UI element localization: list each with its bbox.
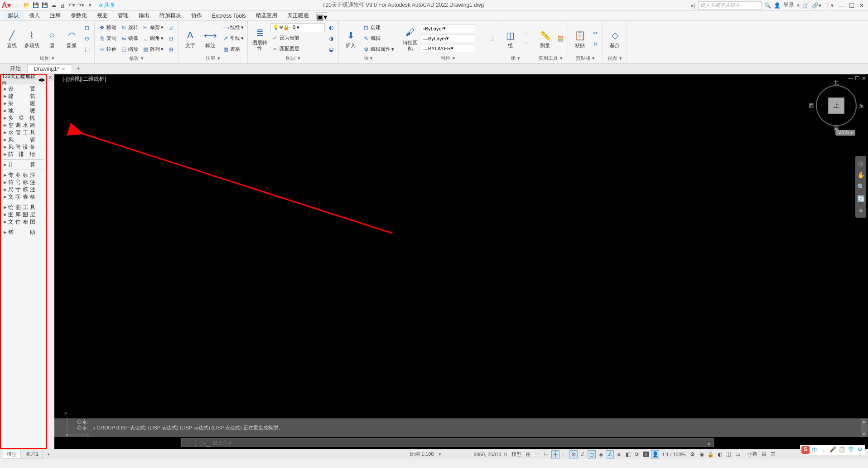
match-layer-button[interactable]: ≈匹配图层	[270, 44, 325, 54]
save-icon[interactable]: 💾	[32, 1, 40, 10]
ime-clip-icon[interactable]: 📋	[838, 446, 846, 454]
ime-punct[interactable]: ,	[820, 446, 828, 454]
clean-icon[interactable]: ▭	[734, 450, 742, 458]
side-next-icon[interactable]: ▶	[42, 77, 45, 82]
group-edit-button[interactable]: ◻	[521, 39, 530, 49]
ime-settings-icon[interactable]: ⚙	[856, 446, 864, 454]
sidebar-item-dim2[interactable]: ▶尺寸标注	[1, 186, 46, 193]
linear-button[interactable]: ⟶线性 ▾	[221, 23, 245, 33]
ungroup-button[interactable]: ◻	[521, 28, 530, 38]
annotation-scale-icon[interactable]: 🅰	[642, 450, 650, 458]
scale-display[interactable]: 比例 1:100	[408, 451, 436, 458]
tab-end-icon[interactable]: ▣▾	[316, 12, 327, 20]
block-edit-button[interactable]: ✎编辑	[362, 34, 395, 44]
tab-addins[interactable]: 附加模块	[155, 11, 186, 20]
sidebar-item-0[interactable]: ▶设 置	[1, 85, 46, 93]
mod-misc1[interactable]: ⊿	[166, 23, 175, 33]
layer-tool-2[interactable]: ◑	[327, 34, 336, 44]
tab-express[interactable]: Express Tools	[207, 12, 250, 20]
polar-icon[interactable]: ⊛	[569, 450, 578, 458]
drawing-viewport[interactable]: [-][俯视][二维线框] — ☐ ✕ 北 南 东 西 上 WCS ▾	[54, 74, 868, 449]
open-icon[interactable]: 📂	[23, 1, 31, 10]
draw-misc-1[interactable]: ◻	[82, 23, 92, 33]
vp-max-icon[interactable]: ☐	[855, 75, 860, 82]
search-icon[interactable]: 🔍	[764, 2, 771, 9]
3dosnap-icon[interactable]: ◈	[597, 450, 605, 458]
layer-combo[interactable]: 💡❄🔒▫ 0 ▾	[270, 23, 325, 32]
vp-min-icon[interactable]: —	[848, 75, 853, 82]
cycling-icon[interactable]: ⟳	[633, 450, 641, 458]
nav-wheel-icon[interactable]: ◎	[858, 160, 863, 167]
tab-manage[interactable]: 管理	[113, 11, 133, 20]
ime-skin-icon[interactable]: 👕	[847, 446, 855, 454]
scale-button[interactable]: ◱缩放	[119, 44, 139, 54]
dim-button[interactable]: ⟷标注	[201, 29, 219, 48]
grid-icon[interactable]: ⊞	[524, 450, 532, 458]
menu-icon[interactable]: ☰	[769, 450, 777, 458]
tab-tangent[interactable]: 天正暖通	[283, 11, 313, 20]
table-button[interactable]: ▦表格	[221, 44, 245, 54]
undo-icon[interactable]: ↶▾	[68, 1, 76, 10]
nav-more-icon[interactable]: ≡	[859, 207, 863, 214]
ime-badge[interactable]: S 中 , 🎤 📋 👕 ⚙	[800, 445, 865, 455]
leader-button[interactable]: ↗引线 ▾	[221, 34, 245, 44]
transparency-icon[interactable]: ◧	[624, 450, 632, 458]
mod-misc2[interactable]: ⊡	[166, 34, 175, 44]
tab-view[interactable]: 视图	[92, 11, 112, 20]
qat-more-icon[interactable]: ▾	[86, 1, 94, 10]
plot-icon[interactable]: 🖨	[59, 1, 67, 10]
close-tab-icon[interactable]: ✕	[62, 67, 65, 72]
viewcube[interactable]: 北 南 东 西 上 WCS ▾	[814, 85, 859, 140]
viewport-label[interactable]: [-][俯视][二维线框]	[63, 75, 106, 83]
redo-icon[interactable]: ↷▾	[77, 1, 85, 10]
copy-button[interactable]: ⎘复制	[97, 34, 117, 44]
gear-icon[interactable]: ⚙	[689, 450, 697, 458]
draw-misc-3[interactable]: ⬚	[82, 44, 92, 54]
line-button[interactable]: ╱直线	[3, 29, 21, 48]
compass-n[interactable]: 北	[834, 79, 839, 87]
match-props-button[interactable]: 🖌特性匹配	[401, 26, 419, 51]
trim-button[interactable]: ✂修剪 ▾	[141, 23, 164, 33]
dyn-input-icon[interactable]: ┼	[551, 450, 559, 458]
cmd-scroll-down[interactable]: ▼	[862, 431, 866, 437]
tab-featured[interactable]: 精选应用	[251, 11, 282, 20]
group-button[interactable]: ◫组	[501, 29, 519, 48]
fillet-button[interactable]: ◟圆角 ▾	[141, 34, 164, 44]
annomonitor-icon[interactable]: 👤	[651, 450, 659, 458]
search-input[interactable]: 键入关键字或短语	[698, 1, 762, 10]
start-tab[interactable]: 开始	[4, 64, 27, 73]
nav-orbit-icon[interactable]: 🔄	[857, 195, 865, 202]
base-button[interactable]: ◇基点	[606, 29, 624, 48]
sidebar-item-tool1[interactable]: ▶图库图层	[1, 211, 46, 218]
stretch-button[interactable]: ⬄拉伸	[97, 44, 117, 54]
lock-ui-icon[interactable]: 🔒	[707, 450, 715, 458]
otrack-icon[interactable]: ∠	[606, 450, 614, 458]
array-button[interactable]: ▦阵列 ▾	[141, 44, 164, 54]
paste-button[interactable]: 📋粘贴	[571, 29, 589, 48]
side-prev-icon[interactable]: ◀	[38, 77, 42, 82]
arc-button[interactable]: ◠圆弧	[63, 29, 81, 48]
new-icon[interactable]: ▫	[14, 1, 22, 10]
rotate-button[interactable]: ↻旋转	[119, 23, 139, 33]
color-combo[interactable]: ▫ ByLayer ▾	[421, 24, 475, 33]
ime-lang[interactable]: 中	[810, 446, 819, 454]
sidebar-item-8[interactable]: ▶风管设备	[1, 143, 46, 151]
anno-ratio[interactable]: 1:1 / 100%	[660, 452, 688, 457]
panel-collapse-icon[interactable]: ✕	[47, 74, 54, 82]
measure-button[interactable]: 📏测量	[536, 29, 554, 48]
infer-icon[interactable]: ⊢	[542, 450, 550, 458]
hardware-icon[interactable]: ◐	[716, 450, 724, 458]
command-input[interactable]	[212, 440, 705, 445]
tab-parametric[interactable]: 参数化	[66, 11, 92, 20]
sidebar-item-dim1[interactable]: ▶符号标注	[1, 179, 46, 186]
add-layout-icon[interactable]: ＋	[43, 451, 54, 458]
text-button[interactable]: A文字	[181, 29, 199, 48]
layer-tool-1[interactable]: ◐	[327, 23, 336, 33]
cmd-handle-icon[interactable]: ⋮⋮	[184, 439, 199, 447]
circle-button[interactable]: ○圆	[43, 29, 61, 48]
draw-misc-2[interactable]: ⊙	[82, 34, 92, 44]
add-tab-icon[interactable]: ＋	[75, 64, 82, 73]
mod-misc3[interactable]: ⊞	[166, 44, 175, 54]
sidebar-item-5[interactable]: ▶空调水路	[1, 122, 46, 129]
props-misc[interactable]: ⬚	[486, 34, 495, 44]
